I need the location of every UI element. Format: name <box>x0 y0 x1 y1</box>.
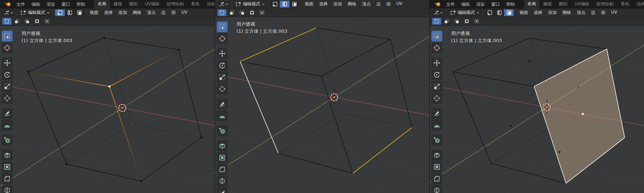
viewport-menu-1[interactable]: 选择 <box>101 9 116 16</box>
workspace-tab-2[interactable]: 雕刻 <box>555 0 571 9</box>
viewport-menu-2[interactable]: 添加 <box>116 9 130 16</box>
tool-annotate-button[interactable] <box>2 108 13 119</box>
tool-rotate-button[interactable] <box>217 60 228 71</box>
tool-transform-button[interactable] <box>2 93 13 104</box>
workspace-tab-5[interactable]: 着色 <box>187 0 203 9</box>
select-option-set-button[interactable] <box>218 9 226 16</box>
tool-add-cube-button[interactable] <box>217 125 228 136</box>
tool-inset-faces-button[interactable] <box>217 152 228 163</box>
select-mode-face-button[interactable] <box>74 9 84 16</box>
viewport-menu-5[interactable]: 边 <box>588 9 598 16</box>
viewport-menu-2[interactable]: 添加 <box>331 1 345 8</box>
viewport-menu-5[interactable]: 边 <box>374 1 384 8</box>
tool-loop-cut-button[interactable] <box>217 176 228 187</box>
workspace-tab-4[interactable]: 纹理绘制 <box>163 0 187 9</box>
viewport-menu-2[interactable]: 添加 <box>545 9 560 16</box>
tool-scale-button[interactable] <box>431 81 442 92</box>
select-mode-face-button[interactable] <box>504 9 514 16</box>
tool-select-box-button[interactable] <box>2 31 13 41</box>
tool-select-box-button[interactable] <box>217 21 228 32</box>
select-mode-vertex-button[interactable] <box>55 9 65 16</box>
tool-bevel-button[interactable] <box>217 164 228 175</box>
tool-inset-faces-button[interactable] <box>431 162 442 172</box>
mode-dropdown[interactable]: 编辑模式 <box>448 9 482 16</box>
viewport-menu-4[interactable]: 顶点 <box>574 9 588 16</box>
tool-extrude-region-button[interactable] <box>431 150 442 160</box>
viewport-menu-5[interactable]: 边 <box>158 9 169 16</box>
viewport-menu-0[interactable]: 视图 <box>517 9 531 16</box>
workspace-tab-5[interactable]: 着色 <box>617 0 633 9</box>
select-option-intersect-button[interactable] <box>472 18 481 25</box>
tool-extrude-region-button[interactable] <box>2 150 13 160</box>
tool-scale-button[interactable] <box>217 72 228 83</box>
workspace-tab-6[interactable]: 动画 <box>203 0 215 9</box>
viewport-menu-1[interactable]: 选择 <box>316 1 331 8</box>
select-mode-edge-button[interactable] <box>65 9 74 16</box>
select-mode-edge-button[interactable] <box>280 1 289 8</box>
blender-logo-icon[interactable] <box>432 2 443 7</box>
tool-measure-button[interactable] <box>2 120 13 130</box>
workspace-tab-6[interactable]: 动画 <box>633 0 644 9</box>
mode-dropdown[interactable]: 编辑模式 <box>233 0 267 8</box>
tool-bevel-button[interactable] <box>431 173 442 184</box>
menubar-menu-2[interactable]: 渲染 <box>473 1 488 8</box>
viewport-3d[interactable] <box>0 0 215 193</box>
workspace-tab-4[interactable]: 纹理绘制 <box>593 0 617 9</box>
workspace-tab-3[interactable]: UV编辑 <box>141 0 163 9</box>
viewport-menu-6[interactable]: 面 <box>169 9 179 16</box>
editor-type-button[interactable] <box>431 10 445 16</box>
select-option-set-button[interactable] <box>3 18 11 25</box>
select-mode-face-button[interactable] <box>289 1 299 8</box>
menubar-menu-3[interactable]: 窗口 <box>488 1 503 8</box>
tool-move-button[interactable] <box>217 48 228 59</box>
menubar-menu-4[interactable]: 帮助 <box>503 1 518 8</box>
tool-measure-button[interactable] <box>217 110 228 121</box>
tool-move-button[interactable] <box>2 58 13 68</box>
tool-measure-button[interactable] <box>431 120 442 130</box>
menubar-menu-1[interactable]: 编辑 <box>28 1 43 8</box>
workspace-tab-1[interactable]: 建模 <box>110 0 126 9</box>
tool-select-box-button[interactable] <box>431 31 442 41</box>
workspace-tab-0[interactable]: 布局 <box>524 0 540 9</box>
select-option-extend-button[interactable] <box>442 18 451 25</box>
viewport-menu-0[interactable]: 视图 <box>87 9 101 16</box>
tool-annotate-button[interactable] <box>431 108 442 119</box>
select-option-intersect-button[interactable] <box>43 18 52 25</box>
menubar-menu-1[interactable]: 编辑 <box>458 1 473 8</box>
blender-logo-icon[interactable] <box>2 2 13 7</box>
menubar-menu-0[interactable]: 文件 <box>13 1 28 8</box>
tool-annotate-button[interactable] <box>217 99 228 109</box>
tool-add-cube-button[interactable] <box>2 135 13 145</box>
menubar-menu-0[interactable]: 文件 <box>443 1 458 8</box>
select-mode-edge-button[interactable] <box>494 9 504 16</box>
tool-knife-button[interactable] <box>217 188 228 193</box>
tool-rotate-button[interactable] <box>2 69 13 80</box>
select-mode-vertex-button[interactable] <box>485 9 494 16</box>
tool-transform-button[interactable] <box>217 84 228 94</box>
select-option-set-button[interactable] <box>432 18 441 25</box>
viewport-menu-6[interactable]: 面 <box>598 9 608 16</box>
select-option-invert-button[interactable] <box>33 18 42 25</box>
workspace-tab-3[interactable]: UV编辑 <box>571 0 593 9</box>
workspace-tab-0[interactable]: 布局 <box>94 0 110 9</box>
menubar-menu-4[interactable]: 帮助 <box>73 1 88 8</box>
menubar-menu-2[interactable]: 渲染 <box>43 1 58 8</box>
tool-bevel-button[interactable] <box>2 173 13 184</box>
tool-cursor-button[interactable] <box>2 43 13 53</box>
tool-loop-cut-button[interactable] <box>431 185 442 193</box>
editor-type-button[interactable] <box>217 1 230 8</box>
viewport-menu-3[interactable]: 网格 <box>345 1 359 8</box>
viewport-menu-0[interactable]: 视图 <box>302 1 316 8</box>
tool-add-cube-button[interactable] <box>431 135 442 145</box>
tool-rotate-button[interactable] <box>431 69 442 80</box>
workspace-tab-2[interactable]: 雕刻 <box>126 0 141 9</box>
viewport-menu-7[interactable]: UV <box>394 1 405 8</box>
viewport-menu-3[interactable]: 网格 <box>560 9 574 16</box>
select-option-invert-button[interactable] <box>462 18 471 25</box>
workspace-tab-1[interactable]: 建模 <box>540 0 555 9</box>
select-option-subtract-button[interactable] <box>23 18 31 25</box>
editor-type-button[interactable] <box>2 10 15 16</box>
select-option-intersect-button[interactable] <box>258 9 267 16</box>
menubar-menu-3[interactable]: 窗口 <box>58 1 73 8</box>
tool-extrude-region-button[interactable] <box>217 140 228 151</box>
